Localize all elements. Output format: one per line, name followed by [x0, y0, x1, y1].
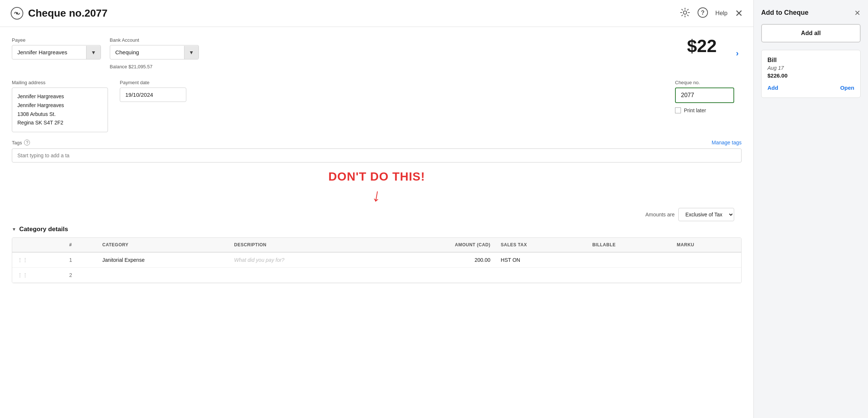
address-line1: Jennifer Hargreaves	[17, 92, 102, 101]
bill-card-date: Aug 17	[767, 65, 854, 71]
amounts-row: Amounts are Exclusive of Tax	[12, 208, 742, 221]
side-panel-header: Add to Cheque ✕	[761, 9, 861, 17]
bill-open-link[interactable]: Open	[840, 85, 854, 91]
form-content: Payee Jennifer Hargreaves ▼ Bank Account…	[0, 27, 753, 418]
category-table: # CATEGORY DESCRIPTION AMOUNT (CAD) SALE…	[12, 238, 741, 283]
payee-chevron-icon[interactable]: ▼	[86, 46, 101, 59]
amount-cell[interactable]: 200.00	[381, 252, 495, 268]
billable-cell-2	[587, 268, 672, 283]
sales-tax-cell-2[interactable]	[496, 268, 587, 283]
amounts-are-select[interactable]: Exclusive of Tax	[678, 208, 734, 221]
header-right: ? Help ✕	[680, 7, 743, 19]
tags-input[interactable]	[12, 148, 742, 162]
category-header: ▼ Category details	[12, 226, 742, 233]
page-title: Cheque no.2077	[28, 7, 108, 19]
payment-date-input[interactable]	[120, 88, 186, 102]
cheque-no-label: Cheque no.	[675, 80, 734, 85]
category-table-container: # CATEGORY DESCRIPTION AMOUNT (CAD) SALE…	[12, 237, 742, 283]
collapse-triangle-icon[interactable]: ▼	[12, 227, 16, 232]
side-panel-close-button[interactable]: ✕	[854, 9, 861, 17]
bill-add-link[interactable]: Add	[767, 85, 778, 91]
drag-handle-icon: ⋮⋮	[17, 257, 28, 263]
gear-icon[interactable]	[680, 7, 690, 19]
help-button[interactable]: Help	[715, 10, 728, 17]
category-cell[interactable]: Janitorial Expense	[97, 252, 229, 268]
payee-label: Payee	[12, 37, 101, 43]
address-line4: Regina SK S4T 2F2	[17, 119, 102, 127]
svg-point-1	[16, 12, 18, 14]
col-description: DESCRIPTION	[229, 238, 381, 252]
row-number-2: 2	[64, 268, 97, 283]
amounts-are-label: Amounts are	[645, 212, 675, 217]
description-cell[interactable]: What did you pay for?	[229, 252, 381, 268]
top-row: Payee Jennifer Hargreaves ▼ Bank Account…	[12, 37, 742, 69]
bank-account-group: Bank Account Chequing ▼ Balance $21,095.…	[110, 37, 199, 69]
side-panel: Add to Cheque ✕ Add all Bill Aug 17 $226…	[753, 0, 868, 418]
col-billable: BILLABLE	[587, 238, 672, 252]
drag-handle-cell[interactable]: ⋮⋮	[12, 252, 64, 268]
cheque-no-group: Cheque no. Print later	[675, 80, 734, 113]
tags-header: Tags ? Manage tags	[12, 140, 742, 145]
print-later-checkbox[interactable]	[675, 107, 681, 113]
category-cell-2[interactable]	[97, 268, 229, 283]
svg-text:?: ?	[701, 10, 705, 16]
tags-section: Tags ? Manage tags	[12, 140, 742, 162]
payee-value: Jennifer Hargreaves	[12, 45, 86, 59]
tags-info-icon[interactable]: ?	[24, 140, 30, 145]
cheque-icon	[10, 7, 24, 20]
table-header-row: # CATEGORY DESCRIPTION AMOUNT (CAD) SALE…	[12, 238, 741, 252]
close-icon[interactable]: ✕	[735, 8, 743, 19]
bill-card-amount: $226.00	[767, 72, 854, 79]
bank-account-value: Chequing	[110, 45, 184, 59]
help-icon[interactable]: ?	[698, 7, 708, 19]
bill-card-actions: Add Open	[767, 85, 854, 91]
bank-account-select[interactable]: Chequing ▼	[110, 45, 199, 59]
expand-arrow-button[interactable]: ›	[733, 47, 742, 60]
address-box: Jennifer Hargreaves Jennifer Hargreaves …	[12, 88, 108, 132]
header-left: Cheque no.2077	[10, 7, 108, 20]
add-all-button[interactable]: Add all	[761, 24, 861, 42]
mailing-address-label: Mailing address	[12, 80, 108, 85]
mailing-address-group: Mailing address Jennifer Hargreaves Jenn…	[12, 80, 108, 132]
bill-card: Bill Aug 17 $226.00 Add Open	[761, 50, 861, 98]
form-panel: Cheque no.2077 ? Help ✕ Payee	[0, 0, 753, 418]
row-number: 1	[64, 252, 97, 268]
markup-cell-2	[672, 268, 741, 283]
cheque-no-input[interactable]	[675, 88, 734, 103]
print-later-row: Print later	[675, 107, 734, 113]
dont-do-this-annotation: DON'T DO THIS! ↓	[12, 170, 742, 204]
side-panel-title: Add to Cheque	[761, 9, 808, 17]
header-bar: Cheque no.2077 ? Help ✕	[0, 0, 753, 27]
bank-account-chevron-icon[interactable]: ▼	[184, 46, 199, 59]
payee-group: Payee Jennifer Hargreaves ▼	[12, 37, 101, 59]
bill-card-title: Bill	[767, 57, 854, 64]
col-amount: AMOUNT (CAD)	[381, 238, 495, 252]
table-row: ⋮⋮ 1 Janitorial Expense What did you pay…	[12, 252, 741, 268]
annotation-arrow-icon: ↓	[371, 186, 383, 205]
bank-account-label: Bank Account	[110, 37, 199, 43]
sales-tax-cell[interactable]: HST ON	[496, 252, 587, 268]
col-markup: MARKU	[672, 238, 741, 252]
drag-handle-cell-2[interactable]: ⋮⋮	[12, 268, 64, 283]
markup-cell	[672, 252, 741, 268]
description-cell-2[interactable]	[229, 268, 381, 283]
payment-date-group: Payment date	[120, 80, 186, 102]
amount-cell-2[interactable]	[381, 268, 495, 283]
amount-display: $22	[687, 37, 724, 55]
middle-row: Mailing address Jennifer Hargreaves Jenn…	[12, 80, 742, 132]
description-placeholder: What did you pay for?	[234, 257, 284, 263]
drag-handle-icon-2: ⋮⋮	[17, 272, 28, 278]
col-sales-tax: SALES TAX	[496, 238, 587, 252]
svg-point-2	[684, 11, 687, 14]
col-category: CATEGORY	[97, 238, 229, 252]
big-amount-value: $22	[687, 37, 717, 55]
address-line3: 1308 Arbutus St.	[17, 110, 102, 119]
balance-label: Balance $21,095.57	[110, 64, 199, 69]
payee-select[interactable]: Jennifer Hargreaves ▼	[12, 45, 101, 59]
table-row-2: ⋮⋮ 2	[12, 268, 741, 283]
category-details-label: Category details	[19, 226, 68, 233]
billable-cell	[587, 252, 672, 268]
dont-do-this-text: DON'T DO THIS!	[328, 170, 425, 184]
manage-tags-link[interactable]: Manage tags	[712, 140, 742, 145]
col-num: #	[64, 238, 97, 252]
